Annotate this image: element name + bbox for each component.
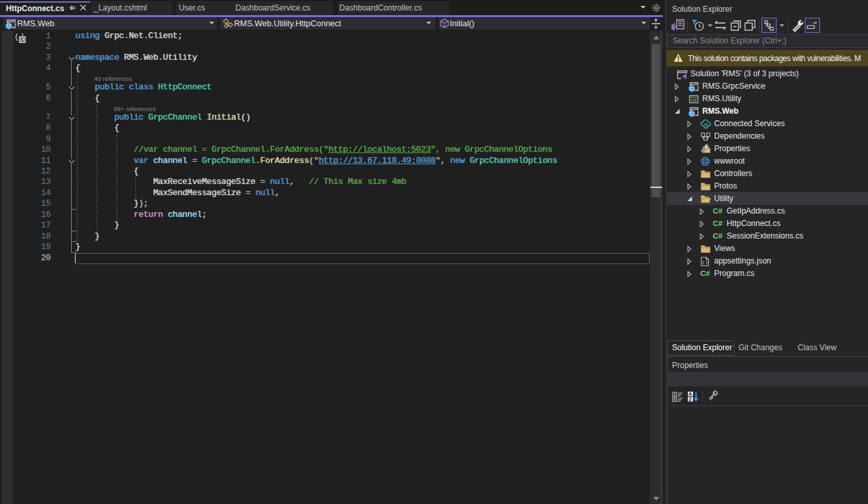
svg-text:A: A [688, 392, 692, 396]
svg-text:Z: Z [689, 397, 692, 401]
svg-text:C#: C# [690, 97, 697, 103]
